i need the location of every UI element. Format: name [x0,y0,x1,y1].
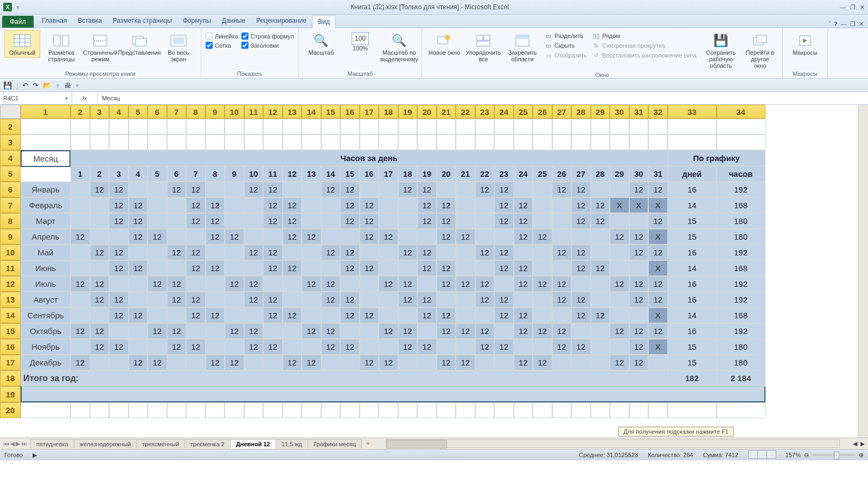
schedule-cell[interactable] [321,260,341,276]
schedule-cell[interactable]: 12 [109,292,129,307]
schedule-cell[interactable] [302,307,321,323]
schedule-cell[interactable] [456,197,475,213]
cell[interactable] [475,119,495,134]
schedule-cell[interactable] [610,307,629,323]
column-header[interactable]: 31 [629,105,649,119]
schedule-cell[interactable] [437,182,456,197]
schedule-cell[interactable] [148,197,167,213]
day-number-header[interactable]: 16 [360,166,379,182]
schedule-cell[interactable] [321,197,341,213]
month-name[interactable]: Декабрь [21,355,71,370]
schedule-cell[interactable]: 12 [340,182,360,197]
row-header[interactable]: 3 [0,134,21,150]
schedule-cell[interactable] [648,355,668,370]
schedule-cell[interactable] [360,323,379,339]
schedule-cell[interactable] [340,229,360,245]
cell[interactable] [456,119,475,134]
schedule-cell[interactable]: 12 [610,276,629,292]
schedule-cell[interactable] [186,276,206,292]
cell[interactable] [71,119,90,134]
formula-bar-checkbox[interactable]: Строка формул [241,33,294,40]
schedule-cell[interactable]: 12 [244,245,264,260]
schedule-cell[interactable] [398,355,418,370]
schedule-cell[interactable] [225,307,244,323]
schedule-cell[interactable]: 12 [494,182,514,197]
ruler-checkbox[interactable]: Линейка [206,33,238,40]
schedule-cell[interactable]: 12 [494,260,514,276]
schedule-cell[interactable]: 12 [129,229,148,245]
sheet-tab[interactable]: Графики месяц [308,439,362,448]
help-controls[interactable]: ˇ ? —❐✕ [829,21,868,28]
cell[interactable] [591,119,610,134]
cell[interactable] [398,134,418,150]
cell[interactable] [456,134,475,150]
schedule-cell[interactable]: 12 [514,323,533,339]
cell[interactable] [648,402,668,418]
day-number-header[interactable]: 22 [475,166,495,182]
worksheet[interactable]: 1234567891011121314151617181920212223242… [0,105,868,438]
column-header[interactable]: 13 [283,105,302,119]
day-number-header[interactable]: 10 [244,166,264,182]
day-number-header[interactable]: 3 [109,166,129,182]
schedule-cell[interactable] [552,213,572,229]
schedule-cell[interactable]: 12 [167,182,187,197]
schedule-cell[interactable] [244,197,264,213]
schedule-cell[interactable]: 12 [90,182,110,197]
cell[interactable] [109,119,129,134]
freeze-panes-button[interactable]: Закрепить области [505,30,540,64]
schedule-cell[interactable] [456,245,475,260]
view-shortcuts[interactable] [748,450,776,460]
schedule-cell[interactable]: 12 [148,276,167,292]
schedule-cell[interactable]: 12 [186,213,206,229]
cell[interactable] [591,402,610,418]
schedule-cell[interactable] [533,197,552,213]
schedule-cell[interactable]: 12 [514,229,533,245]
schedule-cell[interactable] [533,307,552,323]
schedule-cell[interactable]: 12 [148,323,167,339]
cell[interactable] [494,119,514,134]
cell[interactable] [417,402,437,418]
cell[interactable] [398,402,418,418]
schedule-cell[interactable] [206,292,225,307]
schedule-cell[interactable]: 12 [417,260,437,276]
days-total[interactable]: 15 [668,355,717,370]
schedule-cell[interactable] [90,307,110,323]
days-total[interactable]: 16 [668,276,717,292]
schedule-cell[interactable] [71,339,90,355]
row-header[interactable]: 17 [0,355,21,370]
row-header[interactable]: 13 [0,292,21,307]
column-header[interactable]: 6 [148,105,167,119]
schedule-cell[interactable] [225,292,244,307]
schedule-cell[interactable]: 12 [109,197,129,213]
fx-icon[interactable]: fx [72,92,98,104]
schedule-cell[interactable]: 12 [244,292,264,307]
schedule-cell[interactable]: 12 [90,276,110,292]
schedule-cell[interactable]: 12 [283,229,302,245]
schedule-cell[interactable]: 12 [514,307,533,323]
hours-total[interactable]: 168 [717,197,765,213]
zoom-control[interactable]: 157%⊖⊕ [786,452,864,459]
column-header[interactable]: 22 [456,105,475,119]
schedule-cell[interactable]: 12 [244,276,264,292]
schedule-cell[interactable]: 12 [533,229,552,245]
schedule-cell[interactable]: X [648,339,668,355]
month-name[interactable]: Февраль [21,197,71,213]
page-break-button[interactable]: Страничный режим [82,30,118,64]
hours-total[interactable]: 192 [717,245,765,260]
cell[interactable] [514,134,533,150]
row-header[interactable]: 11 [0,260,21,276]
cell[interactable] [360,402,379,418]
cell[interactable] [668,402,717,418]
cell[interactable] [71,402,90,418]
horizontal-scrollbar[interactable] [386,439,840,448]
schedule-cell[interactable]: 12 [571,339,591,355]
schedule-cell[interactable] [437,245,456,260]
schedule-cell[interactable]: 12 [629,245,649,260]
schedule-cell[interactable] [514,339,533,355]
schedule-cell[interactable] [90,197,110,213]
schedule-cell[interactable]: 12 [302,229,321,245]
cell[interactable] [360,119,379,134]
schedule-cell[interactable] [456,339,475,355]
day-number-header[interactable]: 4 [129,166,148,182]
year-total-days[interactable]: 182 [668,370,717,386]
